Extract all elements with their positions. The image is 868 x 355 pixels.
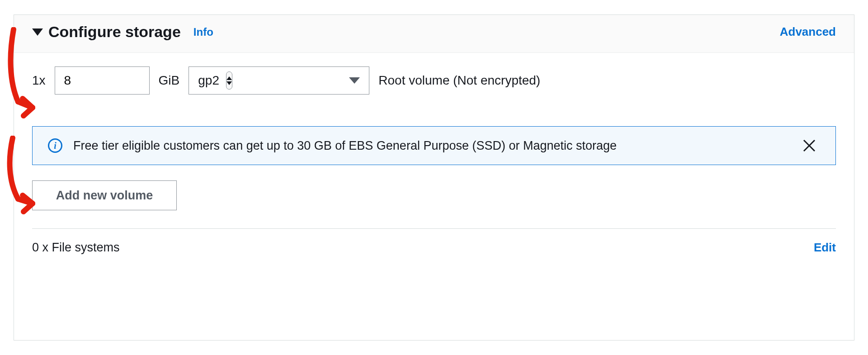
header-left: Configure storage Info: [32, 23, 213, 41]
volume-unit-label: GiB: [159, 73, 180, 88]
dropdown-caret-icon: [349, 77, 360, 84]
info-link[interactable]: Info: [193, 26, 213, 38]
info-alert-message: Free tier eligible customers can get up …: [73, 139, 790, 153]
file-systems-footer: 0 x File systems Edit: [32, 228, 836, 266]
alert-close-button[interactable]: [801, 137, 817, 154]
add-new-volume-button[interactable]: Add new volume: [32, 180, 177, 210]
file-systems-edit-link[interactable]: Edit: [814, 241, 836, 255]
panel-body: 1x GiB gp2 Root volume (Not encrypted) i…: [14, 53, 854, 340]
volume-description: Root volume (Not encrypted): [378, 73, 540, 88]
configure-storage-panel: Configure storage Info Advanced 1x GiB g…: [14, 14, 854, 341]
advanced-link[interactable]: Advanced: [780, 25, 836, 39]
root-volume-row: 1x GiB gp2 Root volume (Not encrypted): [32, 66, 836, 95]
volume-type-value: gp2: [198, 73, 219, 88]
collapse-chevron-icon[interactable]: [32, 28, 43, 36]
panel-title: Configure storage: [48, 23, 181, 41]
panel-header: Configure storage Info Advanced: [14, 15, 854, 53]
info-icon: i: [48, 138, 62, 153]
volume-multiplier-label: 1x: [32, 73, 46, 88]
file-systems-summary: 0 x File systems: [32, 241, 120, 255]
free-tier-info-alert: i Free tier eligible customers can get u…: [32, 126, 836, 165]
volume-size-field[interactable]: [55, 66, 150, 95]
volume-type-select[interactable]: gp2: [189, 66, 369, 95]
